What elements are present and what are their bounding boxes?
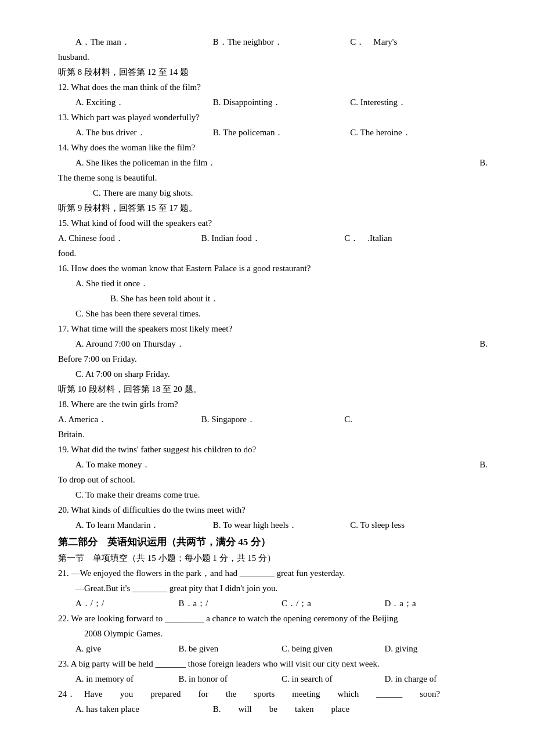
- line-before700: Before 7:00 on Friday.: [58, 352, 488, 366]
- option-12a: A. Exciting．: [75, 95, 213, 109]
- line-options-1: A．The man． B．The neighbor． C． Mary's: [58, 35, 488, 49]
- option-22d: D. giving: [385, 642, 488, 656]
- option-21c: C．/；a: [282, 596, 385, 610]
- option-17a: A. Around 7:00 on Thursday．: [58, 337, 344, 351]
- option-12c: C. Interesting．: [350, 95, 488, 109]
- option-12b: B. Disappointing．: [213, 95, 351, 109]
- line-dropout: To drop out of school.: [58, 473, 488, 487]
- option-13b: B. The policeman．: [213, 125, 351, 139]
- option-14c: C. There are many big shots.: [58, 186, 488, 200]
- option-21a: A．/；/: [75, 596, 179, 610]
- options-13: A. The bus driver． B. The policeman． C. …: [58, 125, 488, 139]
- q24-text: 24． Have you prepared for the sports mee…: [58, 687, 440, 701]
- question-13: 13. Which part was played wonderfully?: [58, 110, 488, 124]
- option-c-1: C． Mary's: [350, 35, 488, 49]
- options-15: A. Chinese food． B. Indian food． C． .Ita…: [58, 231, 488, 245]
- options-20: A. To learn Mandarin． B. To wear high he…: [58, 518, 488, 532]
- line-section8: 听第 8 段材料，回答第 12 至 14 题: [58, 65, 488, 79]
- option-15a: A. Chinese food．: [58, 231, 201, 245]
- option-b-1: B．The neighbor．: [213, 35, 351, 49]
- option-23a: A. in memory of: [75, 672, 179, 686]
- question-21a: 21. —We enjoyed the flowers in the park，…: [58, 566, 488, 580]
- option-23c: C. in search of: [282, 672, 385, 686]
- option-17c: C. At 7:00 on sharp Friday.: [58, 367, 488, 381]
- options-23: A. in memory of B. in honor of C. in sea…: [58, 672, 488, 686]
- options-18: A. America． B. Singapore． C.: [58, 412, 488, 426]
- option-14a: A. She likes the policeman in the film．: [58, 156, 344, 170]
- question-22a: 22. We are looking forward to _________ …: [58, 611, 488, 625]
- subsection-header-1: 第一节 单项填空（共 15 小题；每小题 1 分，共 15 分）: [58, 551, 488, 565]
- option-14b-label: B.: [344, 156, 488, 170]
- section-header-2: 第二部分 英语知识运用（共两节，满分 45 分）: [58, 534, 488, 550]
- question-17: 17. What time will the speakers most lik…: [58, 322, 488, 336]
- option-21b: B．a；/: [179, 596, 282, 610]
- option-16c: C. She has been there several times.: [58, 307, 488, 321]
- option-19c: C. To make their dreams come true.: [58, 488, 488, 502]
- question-23: 23. A big party will be held _______ tho…: [58, 657, 488, 671]
- line-section10: 听第 10 段材料，回答第 18 至 20 题。: [58, 382, 488, 396]
- options-17-row1: A. Around 7:00 on Thursday． B.: [58, 337, 488, 351]
- option-a-1: A．The man．: [75, 35, 213, 49]
- options-12: A. Exciting． B. Disappointing． C. Intere…: [58, 95, 488, 109]
- line-section9: 听第 9 段材料，回答第 15 至 17 题。: [58, 201, 488, 215]
- options-24: A. has taken place B. will be taken plac…: [58, 702, 488, 716]
- option-20c: C. To sleep less: [350, 518, 488, 532]
- options-21: A．/；/ B．a；/ C．/；a D．a；a: [58, 596, 488, 610]
- question-24: 24． Have you prepared for the sports mee…: [58, 687, 488, 701]
- question-21b: —Great.But it's ________ great pity that…: [58, 581, 488, 595]
- option-20a: A. To learn Mandarin．: [75, 518, 213, 532]
- option-13a: A. The bus driver．: [75, 125, 213, 139]
- line-food: food.: [58, 246, 488, 260]
- line-husband: husband.: [58, 50, 488, 64]
- option-20b: B. To wear high heels．: [213, 518, 351, 532]
- question-22b: 2008 Olympic Games.: [58, 627, 488, 640]
- option-22a: A. give: [75, 642, 179, 656]
- option-19b-label: B.: [344, 458, 488, 471]
- line-britain: Britain.: [58, 427, 488, 441]
- option-13c: C. The heroine．: [350, 125, 488, 139]
- option-15c: C． .Italian: [344, 231, 488, 245]
- option-17b-label: B.: [344, 337, 488, 351]
- question-20: 20. What kinds of difficulties do the tw…: [58, 503, 488, 517]
- option-16a: A. She tied it once．: [58, 276, 488, 290]
- option-21d: D．a；a: [385, 596, 488, 610]
- option-22c: C. being given: [282, 642, 385, 656]
- option-19a: A. To make money．: [58, 458, 344, 471]
- line-theme-song: The theme song is beautiful.: [58, 171, 488, 185]
- option-24a: A. has taken place: [75, 702, 213, 716]
- option-18c: C.: [344, 412, 488, 426]
- option-23b: B. in honor of: [179, 672, 282, 686]
- options-14-row1: A. She likes the policeman in the film． …: [58, 156, 488, 170]
- question-15: 15. What kind of food will the speakers …: [58, 216, 488, 230]
- option-15b: B. Indian food．: [201, 231, 345, 245]
- question-18: 18. Where are the twin girls from?: [58, 397, 488, 411]
- question-12: 12. What does the man think of the film?: [58, 80, 488, 94]
- main-content: A．The man． B．The neighbor． C． Mary's hus…: [58, 35, 488, 716]
- option-24b: B. will be taken place: [213, 702, 488, 716]
- question-14: 14. Why does the woman like the film?: [58, 141, 488, 154]
- option-23d: D. in charge of: [385, 672, 488, 686]
- option-18b: B. Singapore．: [201, 412, 345, 426]
- options-22: A. give B. be given C. being given D. gi…: [58, 642, 488, 656]
- options-19-row1: A. To make money． B.: [58, 458, 488, 471]
- option-18a: A. America．: [58, 412, 201, 426]
- option-22b: B. be given: [179, 642, 282, 656]
- option-16b: B. She has been told about it．: [58, 291, 488, 305]
- question-16: 16. How does the woman know that Eastern…: [58, 261, 488, 275]
- question-19: 19. What did the twins' father suggest h…: [58, 442, 488, 456]
